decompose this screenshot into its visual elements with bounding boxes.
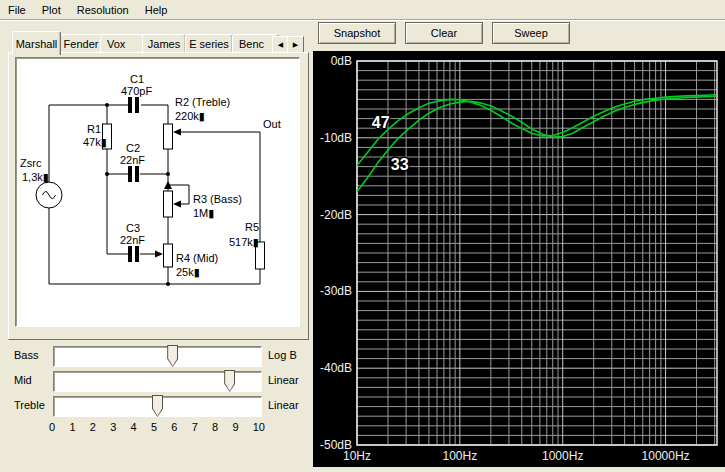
treble-taper-label: Linear <box>268 399 299 411</box>
tab-e-series-label: E series <box>189 38 229 50</box>
tab-e-series[interactable]: E series <box>185 34 233 54</box>
c2-label: C2 <box>126 142 140 154</box>
svg-text:-10dB: -10dB <box>320 131 352 145</box>
circuit-diagram-panel: C1 470pF R2 (Treble) 220k▮ R1 47k▮ C2 22… <box>15 57 300 327</box>
sweep-button[interactable]: Sweep <box>492 22 570 44</box>
svg-text:1000Hz: 1000Hz <box>542 449 583 463</box>
menu-help[interactable]: Help <box>137 2 176 18</box>
tab-marshall-label: Marshall <box>16 38 58 50</box>
r3-label: R3 (Bass) <box>193 193 242 205</box>
r1-label: R1 <box>87 123 101 135</box>
r5-value: 517k▮ <box>229 236 259 248</box>
scale-number: 7 <box>192 421 198 433</box>
bass-slider-thumb[interactable] <box>167 345 178 367</box>
c3-label: C3 <box>126 222 140 234</box>
graph-svg: 0dB-10dB-20dB-30dB-40dB-50dB10Hz100Hz100… <box>313 51 725 467</box>
scale-number: 1 <box>69 421 75 433</box>
tab-page-marshall: C1 470pF R2 (Treble) 220k▮ R1 47k▮ C2 22… <box>8 52 309 340</box>
r4-label: R4 (Mid) <box>176 252 218 264</box>
bass-taper-label: Log B <box>268 349 297 361</box>
scale-number: 6 <box>171 421 177 433</box>
svg-text:47: 47 <box>372 114 390 131</box>
svg-text:10Hz: 10Hz <box>343 449 371 463</box>
menu-resolution[interactable]: Resolution <box>69 2 137 18</box>
tab-fender-label: Fender <box>64 38 99 50</box>
scale-number: 0 <box>49 421 55 433</box>
out-label: Out <box>263 118 281 130</box>
tab-vox-label: Vox <box>107 38 125 50</box>
c3-value: 22nF <box>120 234 145 246</box>
tab-bench-label: Benc <box>239 38 264 50</box>
treble-slider-thumb-face <box>153 396 162 416</box>
bass-slider-row: Bass Log B <box>0 346 310 365</box>
scale-number: 10 <box>253 421 265 433</box>
bass-slider-thumb-face <box>168 346 177 366</box>
svg-text:10000Hz: 10000Hz <box>642 449 690 463</box>
c2-value: 22nF <box>120 154 145 166</box>
r3-value: 1M▮ <box>193 207 214 219</box>
mid-label: Mid <box>14 374 32 386</box>
slider-scale-numbers: 0 1 2 3 4 5 6 7 8 9 10 <box>49 421 265 433</box>
scale-number: 3 <box>110 421 116 433</box>
scale-number: 8 <box>212 421 218 433</box>
scale-number: 4 <box>131 421 137 433</box>
tab-fender[interactable]: Fender <box>60 34 102 54</box>
svg-text:-40dB: -40dB <box>320 361 352 375</box>
frequency-response-graph: 0dB-10dB-20dB-30dB-40dB-50dB10Hz100Hz100… <box>313 51 725 467</box>
mid-slider-row: Mid Linear <box>0 371 310 390</box>
clear-button[interactable]: Clear <box>405 22 483 44</box>
mid-taper-label: Linear <box>268 374 299 386</box>
bass-slider-track[interactable] <box>53 346 262 367</box>
tone-stack-calculator-window: File Plot Resolution Help Marshall Fende… <box>0 0 725 472</box>
r4-value: 25k▮ <box>176 266 200 278</box>
arrow-right-icon: ▶ <box>293 41 298 49</box>
treble-slider-thumb[interactable] <box>152 395 163 417</box>
svg-text:0dB: 0dB <box>331 54 352 68</box>
treble-label: Treble <box>14 399 45 411</box>
r2-label: R2 (Treble) <box>175 96 230 108</box>
r5-label: R5 <box>245 221 259 233</box>
mid-slider-thumb[interactable] <box>224 370 235 392</box>
svg-text:-20dB: -20dB <box>320 208 352 222</box>
tab-marshall[interactable]: Marshall <box>12 31 61 55</box>
mid-slider-thumb-face <box>225 371 234 391</box>
menu-file[interactable]: File <box>0 2 34 18</box>
zsrc-label: Zsrc <box>20 157 42 169</box>
scale-number: 5 <box>151 421 157 433</box>
circuit-diagram: C1 470pF R2 (Treble) 220k▮ R1 47k▮ C2 22… <box>17 59 298 325</box>
zsrc-value: 1,3k▮ <box>22 171 49 183</box>
svg-text:33: 33 <box>391 156 409 173</box>
mid-slider-track[interactable] <box>53 371 262 392</box>
c1-label: C1 <box>130 73 144 85</box>
r1-value: 47k▮ <box>83 136 107 148</box>
scale-number: 2 <box>90 421 96 433</box>
tab-james[interactable]: James <box>142 34 186 54</box>
treble-slider-row: Treble Linear <box>0 396 310 415</box>
menu-plot[interactable]: Plot <box>34 2 69 18</box>
tab-james-label: James <box>148 38 180 50</box>
bass-label: Bass <box>14 349 38 361</box>
scale-number: 9 <box>232 421 238 433</box>
menu-bar: File Plot Resolution Help <box>0 0 725 21</box>
snapshot-button[interactable]: Snapshot <box>318 22 396 44</box>
svg-text:-30dB: -30dB <box>320 284 352 298</box>
svg-text:100Hz: 100Hz <box>443 449 478 463</box>
arrow-left-icon: ◀ <box>278 41 283 49</box>
c1-value: 470pF <box>121 85 152 97</box>
treble-slider-track[interactable] <box>53 396 262 417</box>
r2-value: 220k▮ <box>175 110 205 122</box>
